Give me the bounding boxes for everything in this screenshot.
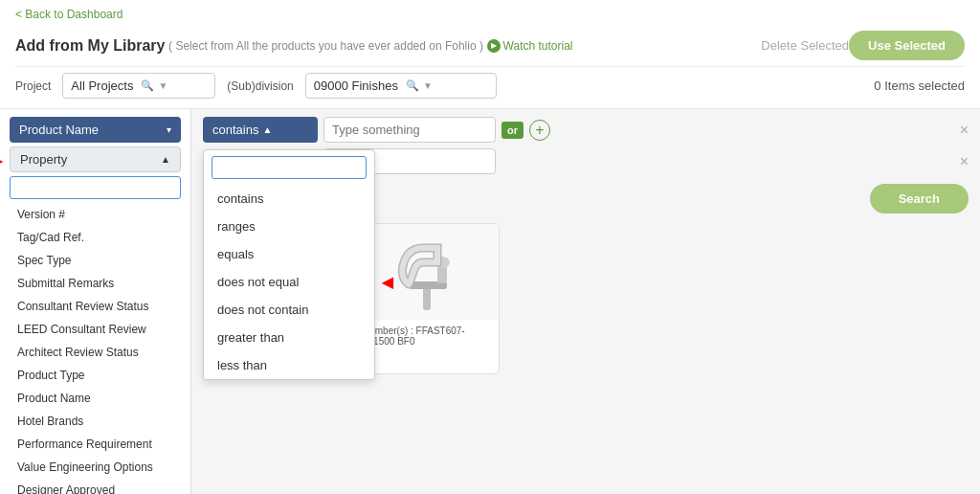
property-item-productname[interactable]: Product Name [10, 387, 181, 410]
property-item-tagcad[interactable]: Tag/Cad Ref. [10, 226, 181, 249]
contains-option-greater-than[interactable]: greater than [204, 324, 374, 351]
right-filter-area: contains ▲ contains ranges equals does n… [191, 109, 980, 494]
search-icon: 🔍 [141, 79, 154, 92]
page-title: Add from My Library [15, 37, 165, 55]
add-filter-condition-button[interactable]: + [529, 120, 550, 141]
contains-label: contains [212, 123, 258, 137]
product-card-info-faucet: Number(s) : FFAST607-501500 BF0 [357, 320, 499, 352]
product-card-image-faucet [357, 224, 499, 320]
property-item-designer[interactable]: Designer Approved [10, 479, 181, 494]
property-item-valueeng[interactable]: Value Engineering Options [10, 456, 181, 479]
contains-option-ranges[interactable]: ranges [204, 213, 374, 240]
back-to-dashboard-link[interactable]: < Back to Dashboard [15, 4, 122, 25]
or-badge: or [501, 122, 523, 139]
contains-option-less-than[interactable]: less than [204, 351, 374, 379]
chevron-down-icon-sub: ▼ [423, 80, 433, 91]
property-chip-label: Property [20, 152, 67, 167]
subdivision-value: 09000 Finishes [314, 79, 398, 93]
contains-menu-search[interactable] [212, 156, 367, 179]
property-item-performance[interactable]: Performance Requirement [10, 433, 181, 456]
search-button[interactable]: Search [870, 184, 969, 213]
red-arrow-property: ➤ [0, 151, 3, 172]
filter-text-input[interactable] [323, 117, 496, 143]
contains-option-contains[interactable]: contains [204, 185, 374, 213]
remove-filter-row2-button[interactable]: × [960, 153, 969, 170]
property-item-spectype[interactable]: Spec Type [10, 249, 181, 272]
contains-option-equals[interactable]: equals [204, 240, 374, 268]
use-selected-button[interactable]: Use Selected [849, 31, 965, 60]
property-item-hotel[interactable]: Hotel Brands [10, 410, 181, 433]
items-selected-count: 0 Items selected [874, 79, 965, 93]
subdivision-dropdown[interactable]: 09000 Finishes 🔍 ▼ [305, 73, 497, 99]
property-item-architect[interactable]: Architect Review Status [10, 341, 181, 364]
subdivision-label: (Sub)division [227, 79, 293, 93]
contains-option-does-not-equal[interactable]: does not equal ◀ [204, 268, 374, 296]
product-name-filter-chip[interactable]: Product Name ▾ [10, 117, 181, 143]
chevron-down-icon: ▼ [158, 80, 167, 91]
red-arrow-does-not-equal: ◀ [382, 274, 393, 291]
faucet-svg [390, 229, 466, 315]
chevron-down-icon-chip1: ▾ [167, 124, 171, 135]
product-card-faucet[interactable]: Number(s) : FFAST607-501500 BF0 [356, 223, 500, 374]
project-label: Project [15, 79, 51, 93]
delete-selected-button[interactable]: Delete Selected [761, 38, 849, 53]
page-subtitle: ( Select from All the products you have … [168, 39, 483, 53]
chevron-up-icon-contains: ▲ [262, 124, 272, 135]
left-filter-panel: Product Name ▾ Property ▲ ➤ Version # Ta… [0, 109, 191, 494]
watch-tutorial-link[interactable]: Watch tutorial [503, 39, 573, 53]
remove-filter-row1-button[interactable]: × [960, 122, 969, 139]
project-dropdown[interactable]: All Projects 🔍 ▼ [62, 73, 215, 99]
search-icon-sub: 🔍 [406, 79, 419, 92]
chevron-up-icon-property: ▲ [161, 154, 170, 165]
property-filter-chip[interactable]: Property ▲ [10, 146, 181, 172]
property-item-version[interactable]: Version # [10, 203, 181, 226]
project-value: All Projects [71, 79, 133, 93]
play-icon: ▶ [487, 39, 501, 53]
property-item-producttype[interactable]: Product Type [10, 364, 181, 387]
property-item-leed[interactable]: LEED Consultant Review [10, 318, 181, 341]
property-list: Version # Tag/Cad Ref. Spec Type Submitt… [10, 203, 181, 494]
contains-dropdown-menu: contains ranges equals does not equal ◀ … [203, 149, 375, 380]
property-search-input[interactable] [10, 176, 181, 199]
contains-dropdown-btn[interactable]: contains ▲ contains ranges equals does n… [203, 117, 318, 143]
svg-rect-4 [423, 286, 431, 310]
property-item-consultant[interactable]: Consultant Review Status [10, 295, 181, 318]
product-name-faucet: Number(s) : FFAST607-501500 BF0 [363, 326, 493, 347]
contains-option-does-not-contain[interactable]: does not contain [204, 296, 374, 324]
property-item-submittal[interactable]: Submittal Remarks [10, 272, 181, 295]
chip-label-product-name: Product Name [19, 123, 99, 137]
